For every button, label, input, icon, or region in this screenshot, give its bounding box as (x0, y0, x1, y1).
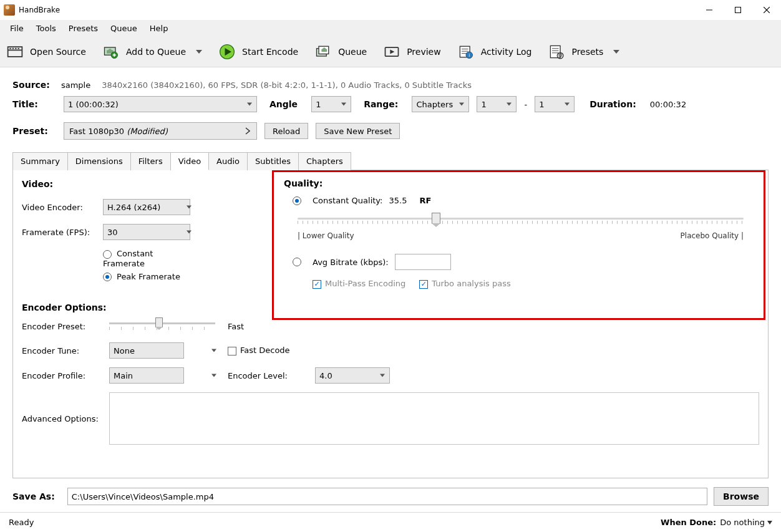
tab-audio[interactable]: Audio (209, 152, 248, 170)
constant-quality-radio[interactable]: Constant Quality: (293, 196, 382, 205)
add-to-queue-button[interactable]: Add to Queue (99, 41, 206, 63)
title-label: Title: (12, 99, 50, 109)
save-as-input[interactable] (67, 488, 707, 505)
preview-label: Preview (407, 47, 441, 57)
advanced-options-label: Advanced Options: (22, 414, 103, 423)
chevron-down-icon (613, 50, 619, 54)
encoder-preset-label: Encoder Preset: (22, 322, 103, 331)
preset-label: Preset: (12, 126, 50, 136)
chevron-down-icon (196, 50, 202, 54)
when-done-value[interactable]: Do nothing (720, 518, 772, 527)
maximize-button[interactable] (724, 0, 752, 20)
presets-label: Presets (571, 47, 603, 57)
tab-chapters[interactable]: Chapters (299, 152, 351, 170)
range-to-select[interactable]: 1 (535, 96, 575, 112)
activity-log-label: Activity Log (481, 47, 532, 57)
menu-help[interactable]: Help (143, 21, 175, 36)
multipass-checkbox[interactable]: Multi-Pass Encoding (313, 279, 405, 289)
tab-subtitles[interactable]: Subtitles (248, 152, 299, 170)
constant-quality-unit: RF (419, 196, 431, 205)
app-title: HandBrake (19, 6, 695, 14)
open-source-button[interactable]: Open Source (2, 41, 90, 63)
close-button[interactable] (752, 0, 781, 20)
menu-file[interactable]: File (4, 21, 30, 36)
framerate-label: Framerate (FPS): (22, 228, 103, 237)
fast-decode-checkbox[interactable]: Fast Decode (228, 346, 290, 355)
range-label: Range: (364, 99, 398, 109)
presets-button[interactable]: Presets (544, 41, 623, 63)
close-icon (764, 7, 770, 13)
maximize-icon (735, 7, 741, 13)
tab-filters[interactable]: Filters (131, 152, 171, 170)
menubar: File Tools Presets Queue Help (0, 20, 781, 36)
chevron-down-icon (767, 521, 772, 525)
encoder-tune-select[interactable]: None (109, 342, 184, 359)
range-from-select[interactable]: 1 (477, 96, 517, 112)
constant-framerate-radio[interactable]: Constant Framerate (103, 249, 196, 268)
when-done-label: When Done: (661, 518, 716, 527)
framerate-select[interactable]: 30 (103, 224, 190, 240)
start-encode-label: Start Encode (242, 47, 298, 57)
activity-log-icon: i (457, 43, 475, 60)
encoder-level-select[interactable]: 4.0 (315, 367, 390, 384)
reload-button[interactable]: Reload (264, 123, 308, 139)
browse-button[interactable]: Browse (714, 487, 769, 506)
encoder-preset-slider[interactable] (109, 319, 215, 334)
encoder-preset-value: Fast (228, 322, 759, 331)
encoder-level-label: Encoder Level: (228, 371, 288, 380)
menu-tools[interactable]: Tools (30, 21, 62, 36)
svg-rect-7 (12, 47, 14, 49)
avg-bitrate-input[interactable] (395, 254, 451, 270)
encoder-preset-thumb[interactable] (155, 317, 163, 327)
constant-quality-value: 35.5 (389, 196, 407, 205)
title-row: Title: 1 (00:00:32) Angle 1 Range: Chapt… (12, 96, 769, 112)
preview-button[interactable]: Preview (379, 41, 445, 63)
save-as-label: Save As: (12, 491, 55, 501)
queue-button[interactable]: Queue (311, 41, 371, 63)
video-encoder-select[interactable]: H.264 (x264) (103, 199, 190, 215)
quality-section-label: Quality: (284, 178, 757, 188)
range-dash: - (524, 100, 527, 109)
menu-presets[interactable]: Presets (62, 21, 104, 36)
preset-dropdown[interactable]: Fast 1080p30 (Modified) (64, 122, 257, 140)
range-type-select[interactable]: Chapters (412, 96, 469, 112)
video-tab-panel: Video: Video Encoder: H.264 (x264) Frame… (12, 170, 769, 478)
quality-slider[interactable] (298, 211, 744, 230)
source-name: sample (61, 80, 90, 90)
tab-summary[interactable]: Summary (12, 152, 68, 170)
source-details: 3840x2160 (3840x2160), 60 FPS, SDR (8-bi… (102, 80, 472, 90)
titlebar: HandBrake (0, 0, 781, 20)
turbo-checkbox[interactable]: Turbo analysis pass (419, 279, 510, 289)
svg-rect-9 (17, 47, 19, 49)
queue-label: Queue (338, 47, 367, 57)
duration-value: 00:00:32 (650, 100, 686, 109)
menu-queue[interactable]: Queue (104, 21, 143, 36)
quality-upper-label: Placebo Quality | (681, 231, 744, 240)
save-as-row: Save As: Browse (0, 478, 781, 512)
start-encode-button[interactable]: Start Encode (215, 41, 302, 63)
avg-bitrate-radio[interactable]: Avg Bitrate (kbps): (293, 258, 389, 267)
encoder-profile-select[interactable]: Main (109, 367, 184, 384)
tab-video[interactable]: Video (171, 152, 209, 170)
video-encoder-label: Video Encoder: (22, 203, 103, 212)
peak-framerate-radio[interactable]: Peak Framerate (103, 272, 196, 282)
chevron-right-icon (245, 127, 250, 135)
quality-slider-thumb[interactable] (432, 213, 440, 224)
title-select[interactable]: 1 (00:00:32) (64, 96, 257, 112)
tab-dimensions[interactable]: Dimensions (68, 152, 131, 170)
angle-select[interactable]: 1 (311, 96, 351, 112)
constant-quality-label: Constant Quality: (313, 196, 382, 205)
angle-label: Angle (269, 99, 298, 109)
activity-log-button[interactable]: i Activity Log (454, 41, 536, 63)
presets-icon (548, 43, 565, 60)
statusbar: Ready When Done: Do nothing (0, 512, 781, 532)
minimize-button[interactable] (695, 0, 724, 20)
advanced-options-input[interactable] (109, 392, 759, 445)
preset-modified: (Modified) (127, 127, 168, 136)
save-new-preset-button[interactable]: Save New Preset (316, 123, 400, 139)
quality-lower-label: | Lower Quality (298, 231, 354, 240)
svg-rect-6 (9, 47, 11, 49)
svg-rect-8 (15, 47, 17, 49)
encoder-tune-label: Encoder Tune: (22, 346, 103, 355)
tabs: Summary Dimensions Filters Video Audio S… (12, 152, 769, 170)
